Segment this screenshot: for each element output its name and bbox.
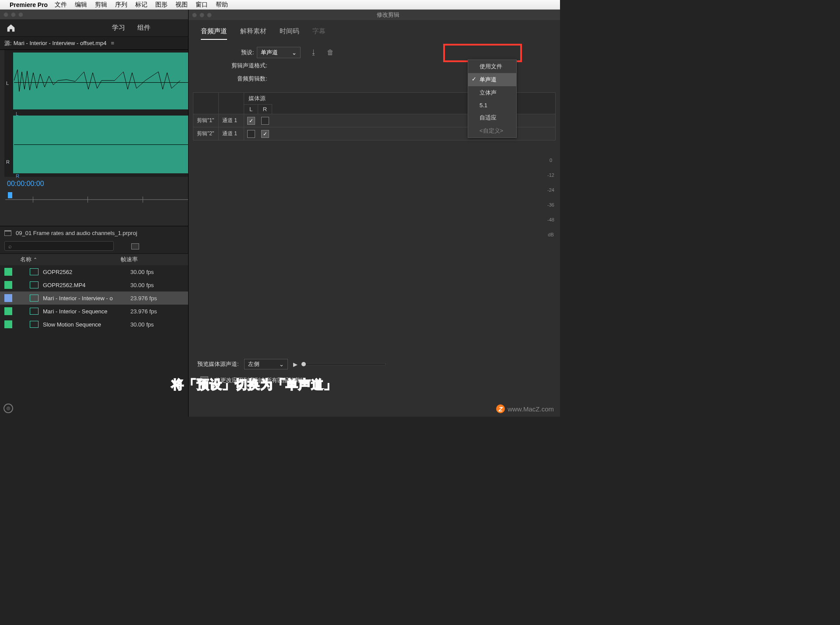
clip-icon bbox=[30, 281, 38, 288]
channel-id: 通道 1 bbox=[219, 127, 244, 140]
label-color-swatch[interactable] bbox=[4, 281, 12, 289]
source-clip-name: Mari - Interior - Interview - offset.mp4 bbox=[14, 40, 107, 46]
watermark-text: www.MacZ.com bbox=[508, 405, 554, 413]
dialog-titlebar: 修改剪辑 bbox=[189, 10, 560, 20]
meter-tick: -36 bbox=[547, 202, 554, 207]
panel-menu-icon[interactable]: ≡ bbox=[111, 40, 115, 46]
preset-option-adaptive[interactable]: 自适应 bbox=[468, 111, 516, 124]
preset-dropdown-menu: 使用文件 单声道 立体声 5.1 自适应 <自定义> bbox=[468, 60, 517, 138]
menu-graphics[interactable]: 图形 bbox=[155, 1, 168, 9]
preset-dropdown[interactable]: 单声道 ⌄ bbox=[257, 47, 301, 58]
preset-option-51[interactable]: 5.1 bbox=[468, 99, 516, 111]
tab-audio-channels[interactable]: 音频声道 bbox=[201, 27, 227, 40]
modify-clip-dialog: 修改剪辑 音频声道 解释素材 时间码 字幕 预设: 单声道 ⌄ ⭳ 🗑 剪辑声道… bbox=[188, 10, 560, 417]
channel-marker-r: R bbox=[16, 173, 19, 179]
channel-r-checkbox[interactable] bbox=[261, 130, 269, 138]
menu-clip[interactable]: 剪辑 bbox=[95, 1, 107, 9]
creative-cloud-icon[interactable]: ⊚ bbox=[4, 404, 13, 413]
clip-name: Slow Motion Sequence bbox=[43, 321, 130, 328]
project-name: 09_01 Frame rates and audio channels_1.p… bbox=[16, 230, 137, 236]
tab-interpret[interactable]: 解释素材 bbox=[240, 27, 266, 40]
col-name[interactable]: 名称 bbox=[20, 256, 32, 263]
clip-icon bbox=[30, 295, 38, 302]
clip-icon bbox=[30, 321, 38, 328]
app-name[interactable]: Premiere Pro bbox=[10, 1, 48, 8]
menu-view[interactable]: 视图 bbox=[175, 1, 188, 9]
meter-tick: 0 bbox=[550, 158, 552, 163]
preset-option-custom[interactable]: <自定义> bbox=[468, 124, 516, 137]
audio-meter: 0 -12 -24 -36 -48 dB bbox=[542, 158, 560, 237]
sort-arrow-icon: ⌃ bbox=[33, 257, 37, 262]
dialog-tabs: 音频声道 解释素材 时间码 字幕 bbox=[189, 20, 560, 44]
preview-value: 左侧 bbox=[248, 360, 259, 368]
clip-name: GOPR2562 bbox=[43, 269, 130, 275]
preset-option-usefile[interactable]: 使用文件 bbox=[468, 60, 516, 73]
clip-fps: 30.00 fps bbox=[130, 282, 154, 288]
timecode[interactable]: 00:00:00:00 bbox=[7, 180, 44, 188]
traffic-lights[interactable] bbox=[4, 12, 23, 17]
menu-file[interactable]: 文件 bbox=[55, 1, 67, 9]
dialog-traffic-lights[interactable] bbox=[192, 13, 212, 18]
label-color-swatch[interactable] bbox=[4, 307, 12, 315]
search-icon: ⌕ bbox=[8, 243, 12, 249]
format-label: 剪辑声道格式: bbox=[215, 62, 267, 70]
source-prefix: 源: bbox=[4, 39, 12, 47]
tab-captions: 字幕 bbox=[312, 27, 326, 40]
watermark-icon: Z bbox=[496, 404, 505, 413]
preview-channel-select[interactable]: 左侧 ⌄ bbox=[244, 359, 288, 369]
col-l: L bbox=[244, 105, 258, 114]
clip-fps: 23.976 fps bbox=[130, 308, 157, 315]
clip-name: Mari - Interior - Sequence bbox=[43, 308, 130, 315]
preview-play-button[interactable]: ▶ bbox=[293, 361, 298, 368]
preset-option-mono[interactable]: 单声道 bbox=[468, 73, 516, 86]
playhead-icon[interactable] bbox=[8, 192, 12, 198]
save-preset-icon[interactable]: ⭳ bbox=[310, 49, 317, 56]
clip-fps: 23.976 fps bbox=[130, 295, 157, 302]
waveform-icon bbox=[14, 67, 180, 94]
dialog-title: 修改剪辑 bbox=[216, 11, 560, 19]
tab-assemble[interactable]: 组件 bbox=[137, 24, 150, 32]
channel-l-checkbox[interactable] bbox=[247, 130, 255, 138]
clip-name: GOPR2562.MP4 bbox=[43, 282, 130, 288]
menu-window[interactable]: 窗口 bbox=[196, 1, 208, 9]
preview-label: 预览媒体源声道: bbox=[197, 360, 239, 368]
col-fps[interactable]: 帧速率 bbox=[121, 256, 138, 263]
search-input[interactable]: ⌕ bbox=[4, 241, 114, 251]
clip-id: 剪辑"2" bbox=[193, 127, 219, 140]
menu-edit[interactable]: 编辑 bbox=[75, 1, 87, 9]
mac-menubar: Premiere Pro 文件 编辑 剪辑 序列 标记 图形 视图 窗口 帮助 bbox=[0, 0, 560, 10]
menu-sequence[interactable]: 序列 bbox=[115, 1, 127, 9]
menu-marker[interactable]: 标记 bbox=[135, 1, 147, 9]
folder-icon[interactable] bbox=[131, 243, 139, 249]
clip-icon bbox=[30, 308, 38, 315]
search-field[interactable] bbox=[14, 243, 110, 249]
preview-slider[interactable] bbox=[303, 363, 386, 365]
channel-label-r: R bbox=[6, 159, 10, 165]
label-color-swatch[interactable] bbox=[4, 320, 12, 328]
col-r: R bbox=[258, 105, 272, 114]
meter-tick: -12 bbox=[547, 172, 554, 178]
tab-timecode[interactable]: 时间码 bbox=[280, 27, 299, 40]
preset-value: 单声道 bbox=[261, 49, 278, 56]
clip-name: Mari - Interior - Interview - o bbox=[43, 295, 130, 302]
tab-learn[interactable]: 学习 bbox=[112, 24, 125, 32]
clip-id: 剪辑"1" bbox=[193, 114, 219, 127]
bin-icon[interactable] bbox=[4, 230, 11, 236]
menu-help[interactable]: 帮助 bbox=[216, 1, 228, 9]
preset-option-stereo[interactable]: 立体声 bbox=[468, 86, 516, 99]
channel-r-checkbox[interactable] bbox=[261, 117, 269, 125]
meter-tick: dB bbox=[548, 232, 553, 237]
count-label: 音频剪辑数: bbox=[215, 75, 267, 83]
annotation-text: 将「预设」切换为「单声道」 bbox=[172, 376, 336, 393]
home-icon[interactable] bbox=[6, 23, 16, 33]
label-color-swatch[interactable] bbox=[4, 294, 12, 302]
meter-tick: -24 bbox=[547, 187, 554, 193]
clip-icon bbox=[30, 268, 38, 275]
watermark: Z www.MacZ.com bbox=[496, 404, 554, 413]
label-color-swatch[interactable] bbox=[4, 268, 12, 276]
delete-preset-icon[interactable]: 🗑 bbox=[327, 49, 334, 56]
chevron-down-icon: ⌄ bbox=[279, 361, 284, 368]
meter-tick: -48 bbox=[547, 217, 554, 222]
channel-l-checkbox[interactable] bbox=[247, 117, 255, 125]
preset-label: 预设: bbox=[241, 49, 254, 56]
